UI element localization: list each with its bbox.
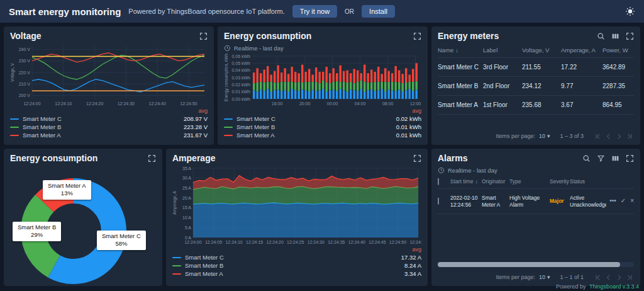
previous-page-icon[interactable] <box>604 273 613 282</box>
items-per-page-label: Items per page: <box>496 133 535 139</box>
column-header[interactable]: Originator <box>482 178 509 185</box>
svg-text:12:24:10: 12:24:10 <box>225 240 242 244</box>
series-name[interactable]: Smart Meter C <box>236 115 275 122</box>
search-icon[interactable] <box>597 32 605 40</box>
table-cell: 9.77 <box>561 83 602 89</box>
series-name[interactable]: Smart Meter C <box>23 115 62 122</box>
svg-text:30 A: 30 A <box>182 176 191 180</box>
column-header[interactable]: Name↓ <box>438 47 483 54</box>
fullscreen-icon[interactable] <box>626 154 634 163</box>
svg-text:0.03 kWh: 0.03 kWh <box>231 76 250 80</box>
fullscreen-icon[interactable] <box>413 32 421 40</box>
svg-text:35 A: 35 A <box>182 166 191 171</box>
footer: Powered by Thingsboard v.3.3.4 <box>556 283 639 290</box>
table-row[interactable]: Smart Meter B2nd Floor234.129.772287.35 <box>438 77 634 96</box>
table-pagination: Items per page: 10 ▾ 1 – 3 of 3 <box>431 127 640 145</box>
column-header[interactable]: Voltage, V <box>522 47 561 54</box>
clock-icon <box>224 45 231 52</box>
legend-avg-label: avg <box>10 108 208 115</box>
table-cell: 17.22 <box>561 64 602 71</box>
svg-text:Energy consumption, kWh: Energy consumption, kWh <box>224 54 229 101</box>
widget-energy-consumption-bars: Energy consumption Realtime - last day 1… <box>218 26 428 145</box>
alarm-clear-icon[interactable]: × <box>630 197 634 205</box>
columns-icon[interactable] <box>611 32 619 40</box>
items-per-page-select[interactable]: 10 ▾ <box>539 274 550 280</box>
fullscreen-icon[interactable] <box>199 32 208 40</box>
svg-text:12:24:40: 12:24:40 <box>348 240 365 244</box>
series-marker-icon <box>10 118 19 120</box>
first-page-icon[interactable] <box>594 132 602 140</box>
series-name[interactable]: Smart Meter C <box>185 254 224 261</box>
column-header[interactable]: Amperage, A <box>561 47 602 54</box>
series-name[interactable]: Smart Meter B <box>236 123 275 130</box>
columns-icon[interactable] <box>611 154 619 163</box>
series-name[interactable]: Smart Meter B <box>23 123 61 130</box>
fullscreen-icon[interactable] <box>626 32 634 40</box>
row-checkbox[interactable] <box>438 198 439 205</box>
next-page-icon[interactable] <box>615 273 623 282</box>
alarm-row[interactable]: 2022-02-10 12:24:56Smart Meter AHigh Vol… <box>438 189 634 214</box>
timewindow-label: Realtime - last day <box>234 45 284 52</box>
column-header[interactable]: Severity <box>550 178 570 185</box>
series-name[interactable]: Smart Meter A <box>236 132 275 139</box>
table-row[interactable]: Smart Meter A1st Floor235.683.67864.95 <box>438 96 634 115</box>
svg-text:12:24:50: 12:24:50 <box>180 101 197 106</box>
svg-text:25 A: 25 A <box>182 186 191 190</box>
series-name[interactable]: Smart Meter B <box>185 262 223 269</box>
dashboard-title: Smart energy monitoring <box>9 6 121 17</box>
try-it-now-button[interactable]: Try it now <box>292 5 337 18</box>
donut-label-name: Smart Meter C <box>102 232 141 240</box>
widget-energy-consumption-donut: Energy consumption Smart Meter A13%Smart… <box>4 149 162 286</box>
table-cell: Smart Meter A <box>438 101 483 108</box>
table-cell: 3rd Floor <box>483 64 522 71</box>
series-marker-icon <box>224 118 233 120</box>
table-row[interactable]: Smart Meter C3rd Floor211.5517.223642.89 <box>438 58 634 77</box>
filter-icon[interactable] <box>597 154 605 163</box>
fullscreen-icon[interactable] <box>413 154 421 163</box>
legend-row: Smart Meter B223.28 V <box>10 123 208 131</box>
horizontal-scrollbar[interactable] <box>438 262 634 267</box>
timewindow-button[interactable]: Realtime - last day <box>218 43 428 53</box>
column-header[interactable]: Type <box>509 178 550 185</box>
next-page-icon[interactable] <box>615 132 623 140</box>
alarm-actions-menu-icon[interactable]: ••• <box>609 197 616 205</box>
column-header[interactable]: Power, W <box>602 47 634 54</box>
table-cell: 3642.89 <box>602 64 634 71</box>
topbar: Smart energy monitoring Powered by Thing… <box>0 0 644 23</box>
alarm-cell: Major <box>550 198 570 205</box>
select-all-checkbox[interactable] <box>438 178 439 185</box>
svg-text:12:24:30: 12:24:30 <box>308 240 325 244</box>
series-name[interactable]: Smart Meter A <box>23 132 61 139</box>
column-header[interactable]: Start time↓ <box>450 178 482 185</box>
previous-page-icon[interactable] <box>604 132 613 140</box>
svg-text:12:24:55: 12:24:55 <box>409 240 422 244</box>
alarm-acknowledge-icon[interactable]: ✓ <box>621 197 626 205</box>
theme-toggle-icon[interactable] <box>625 6 635 16</box>
install-button[interactable]: Install <box>362 5 395 18</box>
items-per-page-select[interactable]: 10 ▾ <box>539 133 550 139</box>
scrollbar-thumb[interactable] <box>438 262 620 267</box>
last-page-icon[interactable] <box>626 273 634 282</box>
series-name[interactable]: Smart Meter A <box>185 270 223 277</box>
footer-brand-link[interactable]: Thingsboard v.3.3.4 <box>589 283 639 290</box>
widget-energy-meters: Energy meters Name↓LabelVoltage, VAmpera… <box>431 26 640 145</box>
svg-text:12:24:30: 12:24:30 <box>118 101 135 106</box>
svg-text:12:24:20: 12:24:20 <box>86 101 103 106</box>
series-avg-value: 0.02 kWh <box>396 115 421 122</box>
items-per-page-value: 10 <box>539 274 545 280</box>
fullscreen-icon[interactable] <box>148 154 156 163</box>
series-marker-icon <box>172 257 181 258</box>
donut-label: Smart Meter B29% <box>13 222 61 241</box>
column-header[interactable]: Status <box>570 178 606 185</box>
last-page-icon[interactable] <box>626 132 634 140</box>
svg-text:12:24:05: 12:24:05 <box>205 240 222 244</box>
timewindow-button[interactable]: Realtime - last day <box>431 165 640 175</box>
widget-title: Energy consumption <box>10 153 142 163</box>
search-icon[interactable] <box>582 154 591 163</box>
column-header[interactable]: Label <box>483 47 522 54</box>
widget-alarms: Alarms Realtime - last day Start time↓Or… <box>431 149 640 286</box>
svg-text:20:00: 20:00 <box>299 101 311 106</box>
first-page-icon[interactable] <box>594 273 602 282</box>
table-cell: 2nd Floor <box>483 83 522 89</box>
svg-text:220 V: 220 V <box>19 71 31 75</box>
